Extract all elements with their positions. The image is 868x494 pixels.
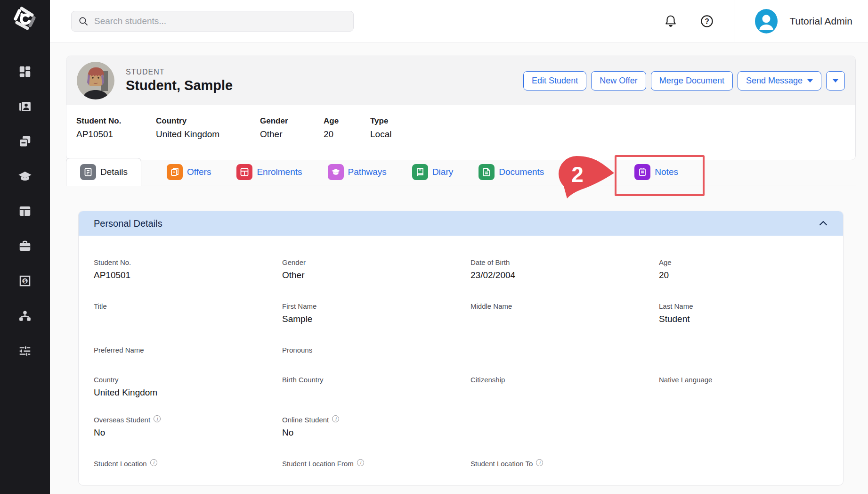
chevron-down-icon — [807, 79, 813, 82]
summary-gender: Gender Other — [260, 116, 324, 140]
settings-sliders-icon[interactable] — [18, 344, 32, 358]
topbar-right: ? Tutorial Admin — [664, 0, 868, 42]
student-photo — [77, 62, 114, 99]
students-icon[interactable] — [18, 99, 32, 114]
search-box — [71, 11, 354, 32]
tab-label: Details — [100, 167, 128, 177]
tab-diary[interactable]: Diary — [412, 158, 453, 186]
personal-details-body: Student No. AP10501 Gender Other Date of… — [79, 236, 843, 486]
help-icon[interactable]: ? — [700, 14, 714, 28]
student-summary: Student No. AP10501 Country United Kingd… — [66, 105, 855, 140]
tab-details[interactable]: Details — [66, 158, 141, 186]
header-divider — [735, 0, 735, 42]
notifications-bell-icon[interactable] — [664, 14, 678, 28]
tab-label: Notes — [655, 167, 678, 177]
hidden-tab-label-fragment: s — [605, 167, 609, 177]
field-country: Country United Kingdom — [94, 376, 282, 416]
student-name: Student, Sample — [126, 78, 233, 93]
merge-document-button[interactable]: Merge Document — [651, 71, 733, 91]
tab-offers[interactable]: Offers — [167, 158, 211, 186]
student-identity: STUDENT Student, Sample — [126, 68, 233, 93]
field-pronouns: Pronouns — [282, 346, 471, 376]
field-citizenship: Citizenship — [471, 376, 659, 416]
chevron-down-icon — [833, 79, 838, 82]
field-student-no: Student No. AP10501 — [94, 258, 282, 302]
details-row: Preferred Name Pronouns — [94, 346, 828, 376]
field-student-location: Student Locationi — [94, 460, 282, 486]
new-offer-button[interactable]: New Offer — [591, 71, 646, 91]
services-briefcase-icon[interactable] — [18, 239, 32, 253]
student-details-page: $ ? Tut — [0, 0, 868, 494]
user-menu[interactable]: Tutorial Admin — [754, 9, 852, 33]
summary-type: Type Local — [370, 116, 391, 140]
personal-details-header[interactable]: Personal Details — [79, 211, 843, 236]
search-input[interactable] — [94, 16, 347, 26]
notes-tab-icon — [634, 164, 650, 180]
top-header: ? Tutorial Admin — [50, 0, 868, 42]
agents-network-icon[interactable] — [18, 309, 32, 323]
svg-text:$: $ — [24, 279, 27, 284]
tab-notes[interactable]: Notes — [634, 158, 678, 186]
details-row: Title First Name Sample Middle Name Last… — [94, 302, 828, 346]
tab-enrolments[interactable]: Enrolments — [236, 158, 302, 186]
send-message-button[interactable]: Send Message — [738, 71, 821, 91]
student-actions: Edit Student New Offer Merge Document Se… — [523, 71, 845, 91]
info-icon[interactable]: i — [150, 459, 157, 466]
diary-tab-icon — [412, 164, 428, 180]
student-banner: STUDENT Student, Sample Edit Student New… — [66, 56, 856, 160]
details-row: Student No. AP10501 Gender Other Date of… — [94, 258, 828, 302]
details-tab-icon — [80, 164, 96, 180]
offers-tab-icon — [167, 164, 183, 180]
field-age: Age 20 — [659, 258, 847, 302]
more-actions-dropdown-button[interactable] — [826, 71, 845, 91]
tab-label: Diary — [432, 167, 453, 177]
edit-student-button[interactable]: Edit Student — [523, 71, 586, 91]
field-overseas-student: Overseas Studenti No — [94, 416, 282, 460]
info-icon[interactable]: i — [357, 459, 364, 466]
tab-label: Enrolments — [257, 167, 302, 177]
tab-label: Documents — [499, 167, 544, 177]
student-tabs: Details Offers Enrolments Pathways Diary — [66, 158, 856, 186]
offers-cards-icon[interactable] — [18, 134, 32, 148]
field-date-of-birth: Date of Birth 23/02/2004 — [471, 258, 659, 302]
classes-layout-icon[interactable] — [18, 204, 32, 218]
search-icon — [78, 16, 89, 26]
finance-dollar-icon[interactable]: $ — [18, 274, 32, 288]
summary-age: Age 20 — [324, 116, 370, 140]
info-icon[interactable]: i — [536, 459, 543, 466]
tab-documents[interactable]: Documents — [479, 158, 544, 186]
field-birth-country: Birth Country — [282, 376, 471, 416]
dashboard-icon[interactable] — [18, 65, 32, 79]
tab-partially-hidden[interactable]: s — [569, 158, 609, 186]
tab-pathways[interactable]: Pathways — [328, 158, 387, 186]
field-last-name: Last Name Student — [659, 302, 847, 346]
sidebar-nav: $ — [0, 65, 50, 358]
field-middle-name: Middle Name — [471, 302, 659, 346]
app-logo[interactable] — [11, 5, 39, 32]
user-avatar — [754, 9, 779, 33]
svg-text:?: ? — [705, 17, 709, 25]
details-row: Student Locationi Student Location Fromi… — [94, 460, 828, 486]
summary-country: Country United Kingdom — [156, 116, 260, 140]
field-title: Title — [94, 302, 282, 346]
info-icon[interactable]: i — [154, 415, 161, 422]
sidebar: $ — [0, 0, 50, 494]
details-row: Country United Kingdom Birth Country Cit… — [94, 376, 828, 416]
user-name: Tutorial Admin — [790, 16, 852, 27]
pathways-tab-icon — [328, 164, 344, 180]
field-preferred-name: Preferred Name — [94, 346, 282, 376]
student-banner-top: STUDENT Student, Sample Edit Student New… — [66, 56, 855, 105]
tab-label: Offers — [187, 167, 211, 177]
summary-student-no: Student No. AP10501 — [76, 116, 156, 140]
info-icon[interactable]: i — [332, 415, 339, 422]
courses-graduation-icon[interactable] — [18, 169, 32, 183]
documents-tab-icon — [479, 164, 495, 180]
panel-title: Personal Details — [94, 218, 162, 229]
field-gender: Gender Other — [282, 258, 471, 302]
field-native-language: Native Language — [659, 376, 847, 416]
enrolments-tab-icon — [236, 164, 252, 180]
field-online-student: Online Studenti No — [282, 416, 471, 460]
field-first-name: First Name Sample — [282, 302, 471, 346]
collapse-chevron-up-icon[interactable] — [818, 218, 829, 229]
details-row: Overseas Studenti No Online Studenti No — [94, 416, 828, 460]
